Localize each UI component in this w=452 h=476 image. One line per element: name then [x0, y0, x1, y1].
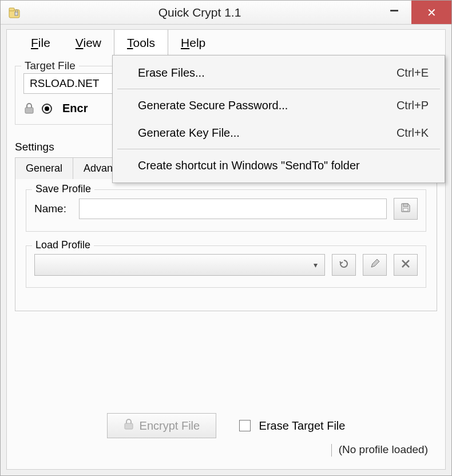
- status-separator: [331, 444, 332, 457]
- svg-rect-1: [9, 8, 14, 11]
- profile-select[interactable]: ▾: [34, 254, 325, 276]
- menu-item-label: Generate Secure Password...: [138, 99, 397, 112]
- menubar: File View Tools Help: [6, 29, 446, 55]
- menu-item-label: Create shortcut in Windows "SendTo" fold…: [138, 159, 429, 172]
- svg-rect-5: [403, 208, 408, 211]
- edit-profile-button[interactable]: [363, 254, 387, 276]
- save-profile-group: Save Profile Name:: [26, 189, 426, 232]
- window-buttons: – ✕: [377, 1, 451, 24]
- lock-icon: [23, 102, 35, 115]
- encrypt-radio[interactable]: [42, 104, 52, 114]
- close-icon: [401, 259, 410, 271]
- titlebar: Quick Crypt 1.1 – ✕: [1, 1, 451, 25]
- app-window: Quick Crypt 1.1 – ✕ File View Tools Help…: [0, 0, 452, 476]
- app-icon: [6, 5, 22, 21]
- lock-icon: [124, 419, 134, 433]
- tab-general[interactable]: General: [15, 157, 73, 179]
- menu-generate-password[interactable]: Generate Secure Password... Ctrl+P: [113, 92, 445, 119]
- svg-rect-4: [403, 204, 408, 207]
- menu-separator: [117, 149, 440, 149]
- svg-rect-2: [15, 12, 18, 15]
- profile-name-input[interactable]: [79, 199, 387, 219]
- erase-target-checkbox-wrap[interactable]: Erase Target File: [239, 419, 345, 433]
- target-file-legend: Target File: [21, 60, 79, 72]
- status-bar: (No profile loaded): [21, 438, 431, 459]
- menu-item-label: Generate Key File...: [138, 126, 397, 140]
- floppy-icon: [400, 202, 411, 216]
- menu-item-label: Erase Files...: [138, 66, 397, 80]
- erase-target-label: Erase Target File: [259, 419, 346, 432]
- tools-menu-dropdown: Erase Files... Ctrl+E Generate Secure Pa…: [112, 55, 445, 183]
- save-profile-button[interactable]: [394, 198, 418, 220]
- load-profile-group: Load Profile ▾: [26, 245, 426, 288]
- target-file-value: RSLOAD.NET: [30, 77, 99, 90]
- menu-tools[interactable]: Tools: [114, 30, 168, 55]
- status-text: (No profile loaded): [339, 443, 428, 455]
- menu-item-shortcut: Ctrl+K: [397, 126, 429, 140]
- encrypt-file-button[interactable]: Encrypt File: [107, 413, 217, 438]
- svg-rect-3: [25, 108, 33, 113]
- menu-erase-files[interactable]: Erase Files... Ctrl+E: [113, 59, 445, 86]
- footer: Encrypt File Erase Target File (No profi…: [15, 405, 437, 463]
- window-title: Quick Crypt 1.1: [22, 6, 377, 19]
- menu-item-shortcut: Ctrl+P: [397, 99, 429, 112]
- save-profile-legend: Save Profile: [32, 183, 94, 195]
- load-profile-legend: Load Profile: [32, 239, 94, 251]
- profile-name-label: Name:: [34, 203, 66, 215]
- encrypt-button-label: Encrypt File: [140, 419, 200, 433]
- menu-item-shortcut: Ctrl+E: [397, 66, 429, 80]
- chevron-down-icon: ▾: [314, 260, 318, 269]
- menu-generate-keyfile[interactable]: Generate Key File... Ctrl+K: [113, 119, 445, 146]
- delete-profile-button[interactable]: [394, 254, 418, 276]
- encrypt-radio-label: Encr: [62, 102, 88, 115]
- menu-separator: [117, 89, 440, 89]
- pencil-icon: [370, 259, 380, 272]
- menu-help[interactable]: Help: [168, 30, 218, 55]
- menu-file[interactable]: File: [18, 30, 63, 55]
- refresh-profile-button[interactable]: [332, 254, 356, 276]
- minimize-button[interactable]: –: [377, 1, 411, 24]
- svg-rect-6: [125, 423, 133, 429]
- menu-create-sendto-shortcut[interactable]: Create shortcut in Windows "SendTo" fold…: [113, 152, 445, 179]
- refresh-icon: [339, 259, 349, 272]
- close-button[interactable]: ✕: [411, 1, 451, 24]
- tab-body-profile: Save Profile Name: Load: [15, 178, 437, 311]
- erase-target-checkbox[interactable]: [239, 420, 251, 431]
- menu-view[interactable]: View: [63, 30, 114, 55]
